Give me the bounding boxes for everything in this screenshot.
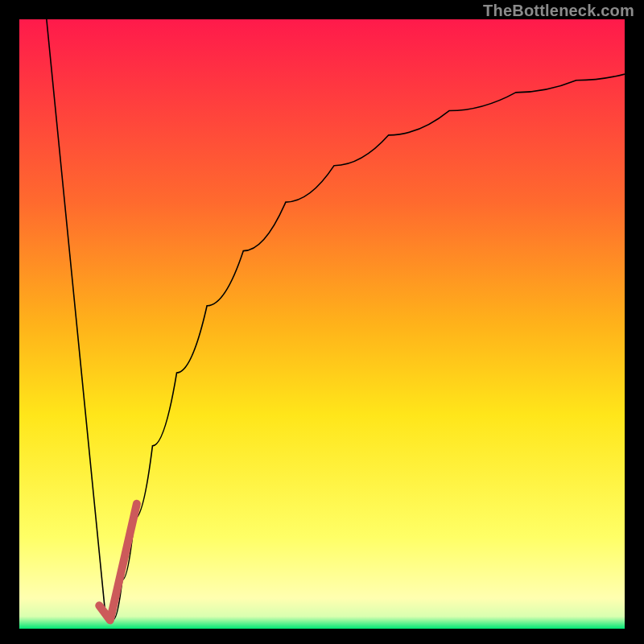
bottleneck-chart <box>19 19 625 629</box>
chart-frame: TheBottleneck.com <box>0 0 644 644</box>
watermark-text: TheBottleneck.com <box>483 2 634 20</box>
gradient-background <box>19 19 625 629</box>
